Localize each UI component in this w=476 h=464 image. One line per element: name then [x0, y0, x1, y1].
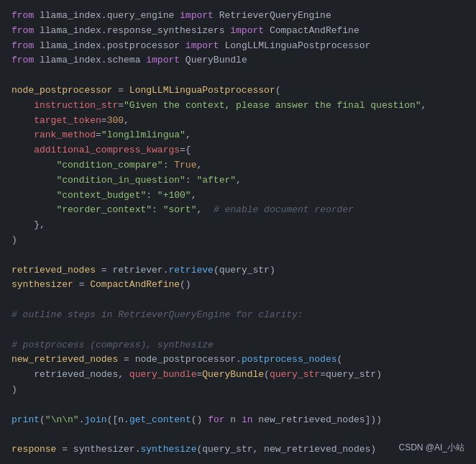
- code-line-22: [12, 323, 464, 338]
- code-line-2: from llama_index.response_synthesizers i…: [12, 24, 464, 39]
- code-line-17: [12, 248, 464, 263]
- code-line-21: # outline steps in RetrieverQueryEngine …: [12, 308, 464, 323]
- watermark: CSDN @AI_小站: [398, 442, 464, 454]
- code-line-27: [12, 398, 464, 413]
- code-line-29: [12, 427, 464, 442]
- code-line-30: response = synthesizer.synthesize(query_…: [12, 442, 464, 458]
- code-line-19: synthesizer = CompactAndRefine(): [12, 278, 464, 293]
- code-line-9: rank_method="longllmlingua",: [12, 128, 464, 143]
- code-line-28: print("\n\n".join([n.get_content() for n…: [12, 413, 464, 428]
- code-line-8: target_token=300,: [12, 114, 464, 129]
- code-line-14: "reorder_context": "sort", # enable docu…: [12, 203, 464, 218]
- code-line-20: [12, 293, 464, 308]
- code-container: from llama_index.query_engine import Ret…: [0, 0, 476, 464]
- code-line-23: # postprocess (compress), synthesize: [12, 338, 464, 353]
- code-line-11: "condition_compare": True,: [12, 158, 464, 173]
- code-line-18: retrieved_nodes = retriever.retrieve(que…: [12, 263, 464, 278]
- code-line-3: from llama_index.postprocessor import Lo…: [12, 39, 464, 54]
- code-line-25: retrieved_nodes, query_bundle=QueryBundl…: [12, 368, 464, 383]
- code-line-10: additional_compress_kwargs={: [12, 143, 464, 158]
- code-line-4: from llama_index.schema import QueryBund…: [12, 53, 464, 68]
- code-line-1: from llama_index.query_engine import Ret…: [12, 9, 464, 24]
- code-line-5: [12, 68, 464, 83]
- code-line-24: new_retrieved_nodes = node_postprocessor…: [12, 352, 464, 368]
- code-line-15: },: [12, 218, 464, 233]
- code-line-7: instruction_str="Given the context, plea…: [12, 99, 464, 114]
- code-line-12: "condition_in_question": "after",: [12, 173, 464, 188]
- code-line-13: "context_budget": "+100",: [12, 188, 464, 204]
- code-line-26: ): [12, 383, 464, 398]
- code-line-6: node_postprocessor = LongLLMLinguaPostpr…: [12, 83, 464, 99]
- code-line-16: ): [12, 233, 464, 248]
